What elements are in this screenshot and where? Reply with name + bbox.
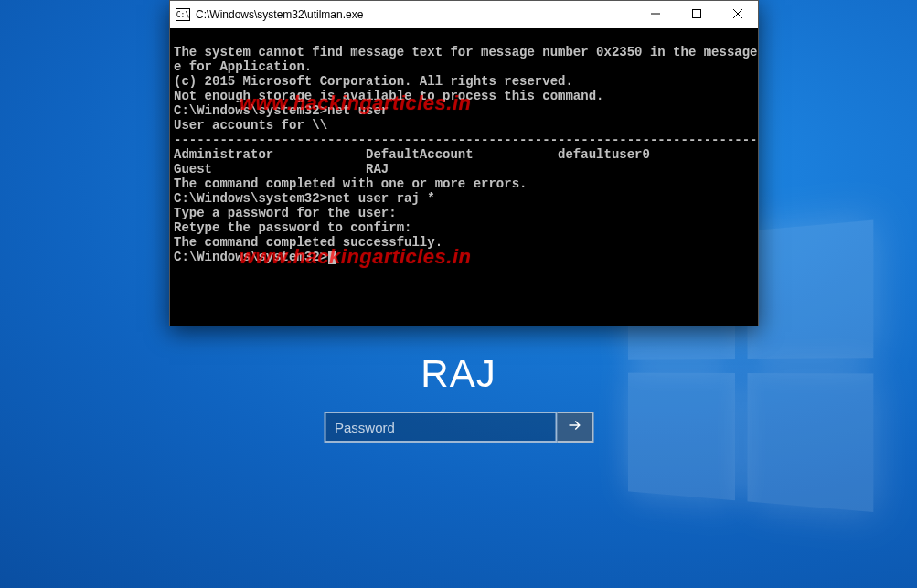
minimize-icon — [650, 8, 661, 22]
term-prompt: C:\Windows\system32> — [174, 250, 754, 264]
term-line: Retype the password to confirm: — [174, 220, 754, 235]
term-line: Not enough storage is available to proce… — [174, 89, 754, 103]
close-button[interactable] — [717, 1, 758, 28]
term-prompt: C:\Windows\system32>net user raj * — [174, 191, 754, 206]
command-window: C:\ C:\Windows\system32\utilman.exe The … — [169, 0, 759, 326]
maximize-icon — [691, 8, 702, 22]
window-title: C:\Windows\system32\utilman.exe — [196, 8, 634, 21]
maximize-button[interactable] — [676, 1, 717, 28]
close-icon — [732, 8, 743, 22]
terminal-output[interactable]: The system cannot find message text for … — [170, 28, 758, 326]
logo-pane — [748, 373, 874, 512]
term-line: Type a password for the user: — [174, 206, 754, 220]
minimize-button[interactable] — [634, 1, 676, 28]
term-line: Guest RAJ — [174, 162, 754, 176]
term-separator: ----------------------------------------… — [174, 133, 754, 147]
cursor — [328, 251, 336, 264]
logo-pane — [628, 373, 735, 501]
term-line: Administrator DefaultAccount defaultuser… — [174, 147, 754, 162]
password-input[interactable] — [324, 412, 557, 443]
arrow-right-icon — [566, 417, 582, 437]
logo-pane — [748, 220, 874, 359]
svg-rect-0 — [692, 9, 700, 17]
term-line: The system cannot find message text for … — [174, 45, 754, 59]
term-line: e for Application. — [174, 59, 754, 74]
term-line: The command completed successfully. — [174, 235, 754, 250]
submit-button[interactable] — [557, 412, 593, 443]
titlebar[interactable]: C:\ C:\Windows\system32\utilman.exe — [170, 1, 758, 28]
term-line: The command completed with one or more e… — [174, 176, 754, 191]
cmd-icon: C:\ — [176, 8, 190, 21]
lockscreen-username: RAJ — [421, 352, 496, 396]
password-row — [324, 412, 593, 443]
term-prompt: C:\Windows\system32>net user — [174, 103, 754, 118]
term-line: (c) 2015 Microsoft Corporation. All righ… — [174, 74, 754, 89]
term-line: User accounts for \\ — [174, 118, 754, 133]
